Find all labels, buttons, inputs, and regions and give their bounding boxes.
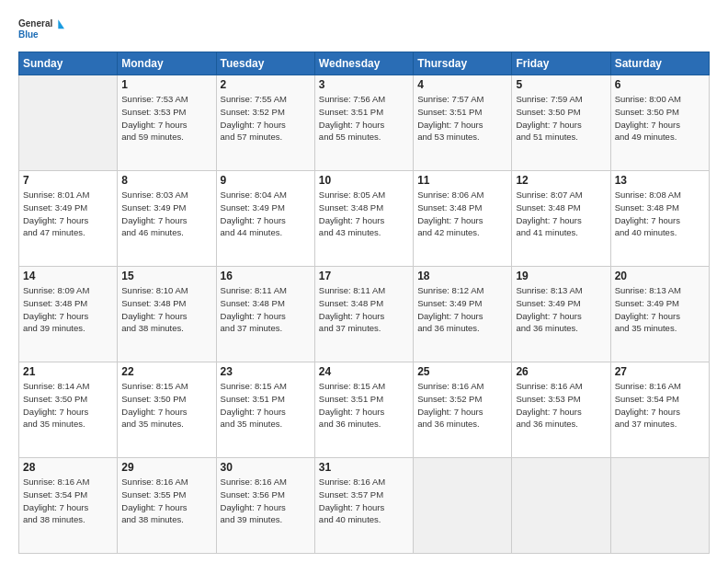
calendar-cell: 20Sunrise: 8:13 AMSunset: 3:49 PMDayligh… — [610, 267, 709, 362]
logo-svg: General Blue — [18, 15, 64, 44]
day-number: 18 — [417, 270, 507, 282]
calendar-day-header: Sunday — [19, 52, 118, 75]
calendar-cell: 8Sunrise: 8:03 AMSunset: 3:49 PMDaylight… — [118, 171, 216, 267]
day-info: Sunrise: 8:15 AMSunset: 3:51 PMDaylight:… — [319, 380, 409, 431]
calendar-cell: 9Sunrise: 8:04 AMSunset: 3:49 PMDaylight… — [216, 171, 314, 267]
day-info: Sunrise: 7:59 AMSunset: 3:50 PMDaylight:… — [516, 93, 606, 144]
calendar-cell: 17Sunrise: 8:11 AMSunset: 3:48 PMDayligh… — [314, 267, 413, 362]
logo: General Blue — [18, 15, 64, 44]
day-number: 21 — [23, 365, 113, 378]
day-number: 1 — [121, 78, 211, 91]
calendar-cell — [512, 458, 610, 554]
day-number: 9 — [221, 174, 311, 187]
day-info: Sunrise: 7:55 AMSunset: 3:52 PMDaylight:… — [221, 93, 311, 144]
calendar-week-row: 28Sunrise: 8:16 AMSunset: 3:54 PMDayligh… — [19, 458, 710, 554]
calendar-cell: 29Sunrise: 8:16 AMSunset: 3:55 PMDayligh… — [118, 458, 216, 554]
day-info: Sunrise: 8:09 AMSunset: 3:48 PMDaylight:… — [23, 284, 113, 335]
day-number: 2 — [221, 78, 311, 91]
day-info: Sunrise: 8:10 AMSunset: 3:48 PMDaylight:… — [121, 284, 211, 335]
day-info: Sunrise: 8:05 AMSunset: 3:48 PMDaylight:… — [319, 189, 409, 239]
day-info: Sunrise: 8:16 AMSunset: 3:52 PMDaylight:… — [417, 380, 507, 431]
calendar-cell: 21Sunrise: 8:14 AMSunset: 3:50 PMDayligh… — [19, 362, 118, 458]
day-info: Sunrise: 8:16 AMSunset: 3:54 PMDaylight:… — [23, 476, 113, 526]
calendar-day-header: Wednesday — [314, 52, 413, 75]
calendar-day-header: Tuesday — [216, 52, 314, 75]
day-number: 29 — [121, 461, 211, 474]
day-number: 23 — [221, 365, 311, 378]
calendar-week-row: 21Sunrise: 8:14 AMSunset: 3:50 PMDayligh… — [19, 362, 710, 458]
calendar-cell: 25Sunrise: 8:16 AMSunset: 3:52 PMDayligh… — [414, 362, 512, 458]
calendar-body: 1Sunrise: 7:53 AMSunset: 3:53 PMDaylight… — [19, 75, 710, 554]
calendar-cell: 11Sunrise: 8:06 AMSunset: 3:48 PMDayligh… — [414, 171, 512, 267]
day-number: 7 — [23, 174, 113, 187]
calendar-day-header: Friday — [512, 52, 610, 75]
day-info: Sunrise: 8:03 AMSunset: 3:49 PMDaylight:… — [121, 189, 211, 239]
day-info: Sunrise: 8:16 AMSunset: 3:54 PMDaylight:… — [615, 380, 705, 431]
calendar-day-header: Monday — [118, 52, 216, 75]
day-number: 17 — [319, 270, 409, 282]
calendar-cell: 19Sunrise: 8:13 AMSunset: 3:49 PMDayligh… — [512, 267, 610, 362]
day-info: Sunrise: 7:56 AMSunset: 3:51 PMDaylight:… — [319, 93, 409, 144]
day-info: Sunrise: 8:00 AMSunset: 3:50 PMDaylight:… — [615, 93, 705, 144]
calendar-cell: 15Sunrise: 8:10 AMSunset: 3:48 PMDayligh… — [118, 267, 216, 362]
svg-text:General: General — [18, 18, 52, 29]
day-info: Sunrise: 8:04 AMSunset: 3:49 PMDaylight:… — [221, 189, 311, 239]
calendar-cell: 4Sunrise: 7:57 AMSunset: 3:51 PMDaylight… — [414, 75, 512, 171]
calendar-cell: 5Sunrise: 7:59 AMSunset: 3:50 PMDaylight… — [512, 75, 610, 171]
day-info: Sunrise: 8:11 AMSunset: 3:48 PMDaylight:… — [221, 284, 311, 335]
day-info: Sunrise: 8:07 AMSunset: 3:48 PMDaylight:… — [516, 189, 606, 239]
day-info: Sunrise: 8:11 AMSunset: 3:48 PMDaylight:… — [319, 284, 409, 335]
calendar-week-row: 1Sunrise: 7:53 AMSunset: 3:53 PMDaylight… — [19, 75, 710, 171]
svg-text:Blue: Blue — [18, 29, 39, 40]
calendar-cell: 2Sunrise: 7:55 AMSunset: 3:52 PMDaylight… — [216, 75, 314, 171]
day-number: 10 — [319, 174, 409, 187]
day-info: Sunrise: 8:12 AMSunset: 3:49 PMDaylight:… — [417, 284, 507, 335]
svg-marker-2 — [58, 19, 64, 29]
calendar-week-row: 7Sunrise: 8:01 AMSunset: 3:49 PMDaylight… — [19, 171, 710, 267]
calendar-cell: 18Sunrise: 8:12 AMSunset: 3:49 PMDayligh… — [414, 267, 512, 362]
day-info: Sunrise: 8:01 AMSunset: 3:49 PMDaylight:… — [23, 189, 113, 239]
day-number: 15 — [121, 270, 211, 282]
calendar-cell: 7Sunrise: 8:01 AMSunset: 3:49 PMDaylight… — [19, 171, 118, 267]
calendar-cell: 10Sunrise: 8:05 AMSunset: 3:48 PMDayligh… — [314, 171, 413, 267]
day-info: Sunrise: 8:16 AMSunset: 3:55 PMDaylight:… — [121, 476, 211, 526]
day-number: 19 — [516, 270, 606, 282]
day-info: Sunrise: 8:06 AMSunset: 3:48 PMDaylight:… — [417, 189, 507, 239]
day-number: 16 — [221, 270, 311, 282]
calendar-cell: 12Sunrise: 8:07 AMSunset: 3:48 PMDayligh… — [512, 171, 610, 267]
day-number: 22 — [121, 365, 211, 378]
calendar-cell: 14Sunrise: 8:09 AMSunset: 3:48 PMDayligh… — [19, 267, 118, 362]
calendar-cell: 16Sunrise: 8:11 AMSunset: 3:48 PMDayligh… — [216, 267, 314, 362]
calendar-table: SundayMondayTuesdayWednesdayThursdayFrid… — [18, 52, 710, 554]
calendar-cell: 28Sunrise: 8:16 AMSunset: 3:54 PMDayligh… — [19, 458, 118, 554]
day-info: Sunrise: 7:57 AMSunset: 3:51 PMDaylight:… — [417, 93, 507, 144]
calendar-cell: 3Sunrise: 7:56 AMSunset: 3:51 PMDaylight… — [314, 75, 413, 171]
calendar-day-header: Saturday — [610, 52, 709, 75]
calendar-cell: 27Sunrise: 8:16 AMSunset: 3:54 PMDayligh… — [610, 362, 709, 458]
calendar-cell — [610, 458, 709, 554]
day-info: Sunrise: 8:13 AMSunset: 3:49 PMDaylight:… — [516, 284, 606, 335]
day-info: Sunrise: 8:13 AMSunset: 3:49 PMDaylight:… — [615, 284, 705, 335]
day-number: 20 — [615, 270, 705, 282]
day-info: Sunrise: 8:15 AMSunset: 3:50 PMDaylight:… — [121, 380, 211, 431]
day-number: 31 — [319, 461, 409, 474]
page: General Blue SundayMondayTuesdayWednesda… — [0, 0, 728, 563]
day-number: 4 — [417, 78, 507, 91]
day-number: 5 — [516, 78, 606, 91]
calendar-cell: 6Sunrise: 8:00 AMSunset: 3:50 PMDaylight… — [610, 75, 709, 171]
day-number: 13 — [615, 174, 705, 187]
day-info: Sunrise: 8:16 AMSunset: 3:56 PMDaylight:… — [221, 476, 311, 526]
day-number: 3 — [319, 78, 409, 91]
day-info: Sunrise: 8:16 AMSunset: 3:53 PMDaylight:… — [516, 380, 606, 431]
day-info: Sunrise: 7:53 AMSunset: 3:53 PMDaylight:… — [121, 93, 211, 144]
calendar-header-row: SundayMondayTuesdayWednesdayThursdayFrid… — [19, 52, 710, 75]
calendar-cell — [19, 75, 118, 171]
header: General Blue — [18, 15, 710, 44]
day-info: Sunrise: 8:15 AMSunset: 3:51 PMDaylight:… — [221, 380, 311, 431]
calendar-cell: 23Sunrise: 8:15 AMSunset: 3:51 PMDayligh… — [216, 362, 314, 458]
day-number: 27 — [615, 365, 705, 378]
day-number: 24 — [319, 365, 409, 378]
day-number: 28 — [23, 461, 113, 474]
day-number: 14 — [23, 270, 113, 282]
calendar-cell: 26Sunrise: 8:16 AMSunset: 3:53 PMDayligh… — [512, 362, 610, 458]
